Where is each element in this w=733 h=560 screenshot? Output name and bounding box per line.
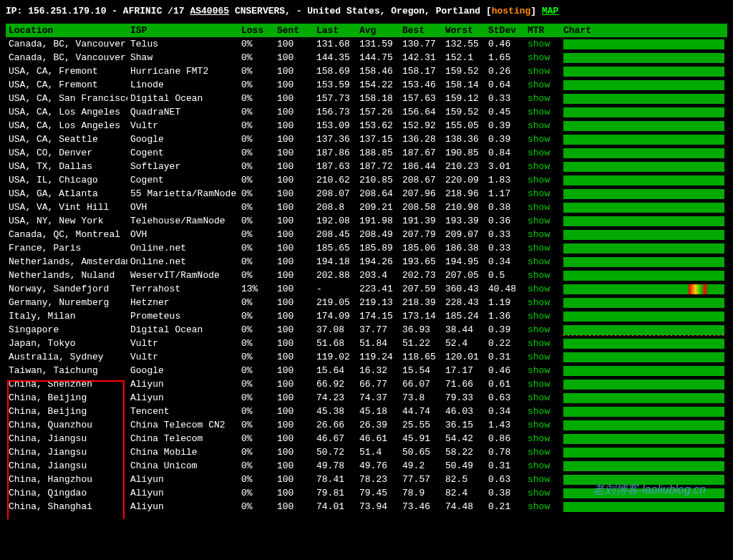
mtr-show-link[interactable]: show <box>528 379 550 390</box>
mtr-show-link[interactable]: show <box>528 134 550 145</box>
cell-best: 25.55 <box>399 418 442 432</box>
cell-worst: 207.05 <box>442 269 485 282</box>
table-row: USA, GA, Atlanta55 Marietta/RamNode0%100… <box>6 187 727 201</box>
cell-worst: 158.14 <box>442 78 485 92</box>
cell-best: 44.74 <box>399 405 442 418</box>
mtr-show-link[interactable]: show <box>528 107 550 117</box>
mtr-show-link[interactable]: show <box>528 474 550 485</box>
cell-chart <box>560 364 727 377</box>
cell-chart <box>560 269 727 282</box>
mtr-show-link[interactable]: show <box>528 447 550 458</box>
cell-last: 208.07 <box>314 187 356 201</box>
table-row: USA, TX, DallasSoftlayer0%100187.63187.7… <box>6 160 727 173</box>
cell-loss: 0% <box>238 201 274 214</box>
mtr-show-link[interactable]: show <box>528 297 550 308</box>
mtr-show-link[interactable]: show <box>528 501 550 512</box>
cell-last: 131.68 <box>314 37 356 51</box>
cell-last: 66.92 <box>314 377 356 391</box>
cell-worst: 74.48 <box>442 500 485 513</box>
mtr-show-link[interactable]: show <box>528 392 550 403</box>
cell-chart <box>560 173 727 187</box>
cell-avg: 208.49 <box>356 228 399 241</box>
cell-avg: 219.13 <box>356 296 399 309</box>
cell-chart <box>560 282 727 296</box>
cell-location: China, Jiangsu <box>6 432 127 445</box>
col-avg: Avg <box>356 24 399 37</box>
mtr-show-link[interactable]: show <box>528 148 550 158</box>
mtr-show-link[interactable]: show <box>528 52 550 63</box>
mtr-show-link[interactable]: show <box>528 284 550 294</box>
cell-worst: 38.44 <box>442 323 485 337</box>
cell-worst: 155.05 <box>442 119 485 132</box>
mtr-show-link[interactable]: show <box>528 216 550 226</box>
cell-avg: 45.18 <box>356 405 399 418</box>
cell-loss: 0% <box>238 337 274 350</box>
mtr-show-link[interactable]: show <box>528 161 550 172</box>
table-row: China, JiangsuChina Telecom0%10046.6746.… <box>6 432 727 445</box>
mtr-show-link[interactable]: show <box>528 324 550 335</box>
mtr-show-link[interactable]: show <box>528 352 550 362</box>
mtr-show-link[interactable]: show <box>528 243 550 254</box>
cell-chart <box>560 418 727 432</box>
mtr-show-link[interactable]: show <box>528 270 550 281</box>
mtr-show-link[interactable]: show <box>528 39 550 49</box>
cell-sent: 100 <box>274 296 314 309</box>
mtr-show-link[interactable]: show <box>528 202 550 213</box>
cell-location: USA, CA, Los Angeles <box>6 105 127 119</box>
cell-avg: 194.26 <box>356 255 399 269</box>
cell-sent: 100 <box>274 214 314 228</box>
mtr-show-link[interactable]: show <box>528 93 550 104</box>
mtr-show-link[interactable]: show <box>528 175 550 185</box>
chart-bar <box>563 107 724 117</box>
mtr-show-link[interactable]: show <box>528 406 550 417</box>
mtr-show-link[interactable]: show <box>528 311 550 322</box>
cell-sent: 100 <box>274 160 314 173</box>
cell-mtr: show <box>525 377 560 391</box>
cell-location: USA, GA, Atlanta <box>6 187 127 201</box>
cell-avg: 16.32 <box>356 364 399 377</box>
cell-best: 153.46 <box>399 78 442 92</box>
cell-loss: 0% <box>238 132 274 146</box>
mtr-show-link[interactable]: show <box>528 79 550 90</box>
cell-avg: 137.15 <box>356 132 399 146</box>
mtr-show-link[interactable]: show <box>528 420 550 430</box>
cell-isp: Terrahost <box>127 282 238 296</box>
col-best: Best <box>399 24 442 37</box>
cell-stdev: 0.39 <box>485 323 525 337</box>
cell-best: 77.57 <box>399 473 442 486</box>
mtr-show-link[interactable]: show <box>528 488 550 498</box>
cell-isp: Aliyun <box>127 377 238 391</box>
map-link[interactable]: MAP <box>542 6 558 16</box>
cell-worst: 54.42 <box>442 432 485 445</box>
cell-avg: 191.98 <box>356 214 399 228</box>
cell-worst: 82.4 <box>442 486 485 500</box>
mtr-show-link[interactable]: show <box>528 460 550 471</box>
mtr-show-link[interactable]: show <box>528 256 550 267</box>
asn-link[interactable]: AS40065 <box>190 6 229 16</box>
cell-chart <box>560 92 727 105</box>
mtr-show-link[interactable]: show <box>528 120 550 131</box>
mtr-show-link[interactable]: show <box>528 229 550 240</box>
cell-loss: 0% <box>238 241 274 255</box>
cell-loss: 0% <box>238 228 274 241</box>
cell-last: 210.62 <box>314 173 356 187</box>
cell-sent: 100 <box>274 119 314 132</box>
cell-sent: 100 <box>274 173 314 187</box>
cell-sent: 100 <box>274 350 314 364</box>
chart-bar <box>563 366 724 376</box>
cell-sent: 100 <box>274 51 314 64</box>
cell-mtr: show <box>525 78 560 92</box>
cell-mtr: show <box>525 37 560 51</box>
mtr-show-link[interactable]: show <box>528 338 550 349</box>
cell-location: China, Jiangsu <box>6 459 127 473</box>
mtr-show-link[interactable]: show <box>528 66 550 77</box>
cell-best: 45.91 <box>399 432 442 445</box>
mtr-show-link[interactable]: show <box>528 188 550 199</box>
mtr-show-link[interactable]: show <box>528 365 550 376</box>
col-location: Location <box>6 24 127 37</box>
cell-loss: 13% <box>238 282 274 296</box>
cell-isp: Cogent <box>127 173 238 187</box>
cell-loss: 0% <box>238 146 274 160</box>
mtr-show-link[interactable]: show <box>528 433 550 444</box>
cell-last: 219.05 <box>314 296 356 309</box>
